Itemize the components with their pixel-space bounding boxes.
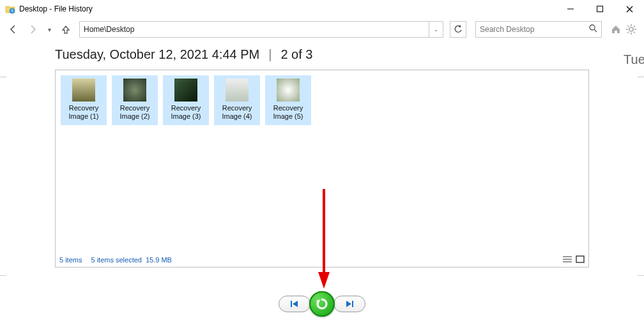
restore-button[interactable] bbox=[309, 291, 335, 317]
previous-version-button[interactable] bbox=[279, 296, 310, 312]
svg-rect-19 bbox=[576, 256, 584, 262]
file-name: Recovery bbox=[69, 104, 98, 112]
version-datetime: Tuesday, October 12, 2021 4:44 PM bbox=[55, 47, 259, 62]
file-item[interactable]: RecoveryImage (3) bbox=[163, 75, 209, 125]
minimize-button[interactable] bbox=[556, 0, 585, 18]
file-item[interactable]: RecoveryImage (1) bbox=[61, 75, 107, 125]
file-item[interactable]: RecoveryImage (2) bbox=[112, 75, 158, 125]
window-title: Desktop - File History bbox=[19, 4, 93, 13]
file-item[interactable]: RecoveryImage (5) bbox=[265, 75, 311, 125]
up-button[interactable] bbox=[57, 21, 74, 38]
svg-rect-21 bbox=[352, 301, 353, 307]
status-selection: 5 items selected bbox=[91, 256, 141, 264]
thumbnail-view-icon[interactable] bbox=[576, 255, 585, 264]
content-region: Tuesda Tuesday, October 12, 2021 4:44 PM… bbox=[0, 47, 644, 268]
separator: | bbox=[268, 47, 272, 62]
previous-version-preview[interactable] bbox=[0, 77, 6, 276]
search-icon bbox=[589, 24, 597, 34]
history-nav-controls bbox=[0, 291, 644, 317]
recent-dropdown[interactable]: ▾ bbox=[43, 21, 55, 38]
gear-icon[interactable] bbox=[624, 22, 639, 37]
navbar: ▾ Home\Desktop ⌄ bbox=[0, 18, 644, 41]
file-item[interactable]: RecoveryImage (4) bbox=[214, 75, 260, 125]
svg-line-13 bbox=[634, 32, 635, 33]
next-version-button[interactable] bbox=[334, 296, 365, 312]
file-name: Recovery bbox=[120, 104, 150, 112]
file-name: Recovery bbox=[273, 104, 303, 112]
thumbnail-image bbox=[174, 79, 197, 102]
folder-history-icon bbox=[5, 4, 15, 14]
version-position: 2 of 3 bbox=[280, 47, 312, 62]
close-button[interactable] bbox=[615, 0, 644, 18]
svg-line-12 bbox=[627, 26, 629, 27]
file-name: Recovery bbox=[171, 104, 201, 112]
thumbnail-image bbox=[123, 79, 146, 102]
status-bar: 5 items 5 items selected 15.9 MB bbox=[59, 255, 585, 264]
svg-point-7 bbox=[629, 27, 633, 31]
details-view-icon[interactable] bbox=[563, 255, 572, 264]
version-header: Tuesday, October 12, 2021 4:44 PM | 2 of… bbox=[55, 47, 589, 62]
search-input[interactable] bbox=[480, 25, 589, 34]
svg-line-15 bbox=[634, 26, 635, 27]
next-version-title: Tuesda bbox=[624, 52, 644, 67]
thumbnail-image bbox=[277, 79, 300, 102]
thumbnail-grid: RecoveryImage (1) RecoveryImage (2) Reco… bbox=[56, 70, 588, 130]
file-list-pane: RecoveryImage (1) RecoveryImage (2) Reco… bbox=[55, 70, 589, 268]
maximize-button[interactable] bbox=[585, 0, 615, 18]
svg-line-14 bbox=[627, 32, 629, 33]
search-box[interactable] bbox=[475, 21, 602, 38]
file-name: Recovery bbox=[222, 104, 252, 112]
forward-button[interactable] bbox=[24, 21, 41, 38]
address-bar[interactable]: Home\Desktop ⌄ bbox=[79, 21, 443, 38]
address-text: Home\Desktop bbox=[80, 25, 429, 34]
thumbnail-image bbox=[226, 79, 249, 102]
status-size: 15.9 MB bbox=[146, 256, 172, 264]
svg-line-6 bbox=[594, 29, 597, 32]
refresh-button[interactable] bbox=[450, 21, 466, 38]
svg-rect-2 bbox=[597, 6, 603, 12]
next-version-preview[interactable] bbox=[638, 77, 644, 276]
address-dropdown[interactable]: ⌄ bbox=[429, 22, 443, 37]
titlebar: Desktop - File History bbox=[0, 0, 644, 18]
thumbnail-image bbox=[72, 79, 95, 102]
back-button[interactable] bbox=[5, 21, 22, 38]
window-controls bbox=[556, 0, 644, 18]
svg-point-5 bbox=[590, 25, 595, 30]
svg-rect-20 bbox=[291, 301, 292, 307]
status-count: 5 items bbox=[59, 256, 82, 264]
home-icon[interactable] bbox=[608, 22, 624, 37]
